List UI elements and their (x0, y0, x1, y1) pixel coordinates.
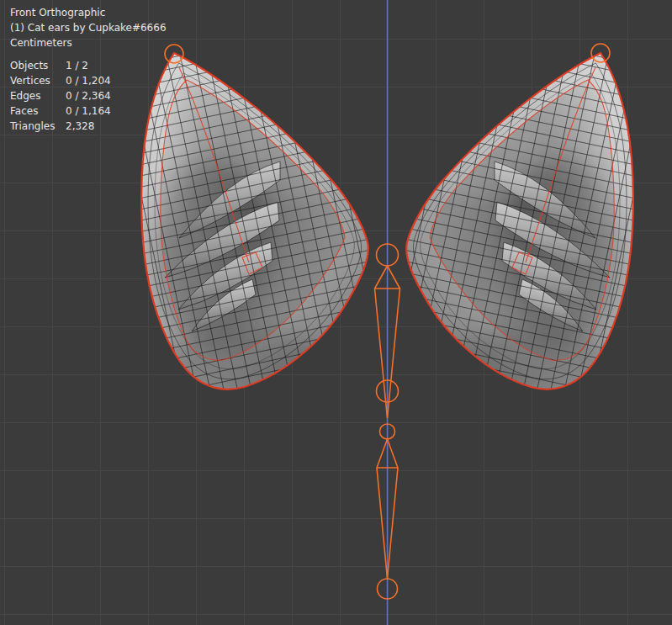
stat-label-vertices: Vertices (10, 73, 57, 88)
stat-value-edges: 0 / 2,364 (66, 88, 167, 103)
stat-label-edges: Edges (10, 88, 57, 103)
stat-value-vertices: 0 / 1,204 (66, 73, 167, 88)
stat-label-triangles: Triangles (10, 119, 57, 134)
stat-value-faces: 0 / 1,164 (66, 103, 167, 119)
units-label: Centimeters (10, 35, 167, 50)
view-name-label: Front Orthographic (10, 5, 167, 20)
stat-value-triangles: 2,328 (66, 119, 167, 134)
annotation-label: (1) Cat ears by Cupkake#6666 (10, 20, 167, 35)
scene-statistics: Objects 1 / 2 Vertices 0 / 1,204 Edges 0… (10, 58, 167, 134)
stat-label-objects: Objects (10, 58, 57, 73)
stat-label-faces: Faces (10, 103, 57, 119)
viewport-overlay: Front Orthographic (1) Cat ears by Cupka… (10, 5, 167, 134)
stat-value-objects: 1 / 2 (66, 58, 167, 73)
viewport-3d[interactable]: Front Orthographic (1) Cat ears by Cupka… (0, 0, 672, 625)
